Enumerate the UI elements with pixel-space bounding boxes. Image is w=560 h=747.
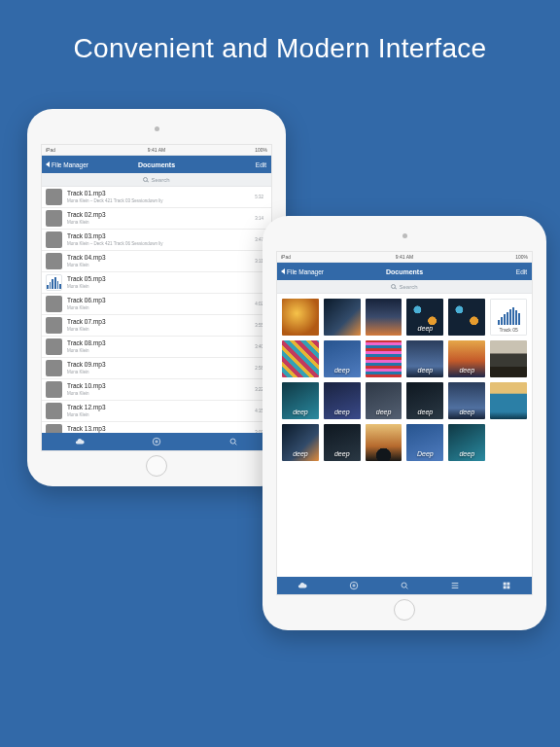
grid-item[interactable] [324, 299, 361, 336]
file-subtitle: Mona Klein – Deck 421 Track 03 Sessiondo… [67, 198, 255, 203]
list-icon[interactable] [450, 581, 460, 590]
svg-rect-7 [507, 586, 509, 588]
list-item[interactable]: Track 10.mp3Mona Klein3:22 [42, 379, 271, 401]
grid-item[interactable]: deep [406, 382, 443, 419]
search-tab-icon[interactable] [400, 581, 409, 590]
list-item[interactable]: Track 02.mp3Mona Klein3:14 [42, 208, 271, 230]
grid-item[interactable]: deep [448, 382, 485, 419]
nav-title: Documents [138, 161, 175, 168]
file-title: Track 03.mp3 [67, 233, 255, 240]
nav-bar: File Manager Documents Edit [277, 263, 532, 280]
camera-dot [402, 233, 407, 238]
search-icon [391, 284, 396, 289]
grid-item[interactable]: deep [324, 382, 361, 419]
cell-label: Deep [417, 450, 434, 461]
thumbnail [46, 296, 62, 312]
home-button[interactable] [146, 455, 167, 477]
status-device: iPad [281, 254, 291, 260]
cell-label: deep [418, 409, 434, 419]
thumbnail [46, 274, 62, 291]
cloud-icon[interactable] [75, 437, 85, 446]
grid-item[interactable]: deep [406, 340, 443, 377]
svg-rect-4 [503, 583, 506, 586]
status-time: 9:41 AM [148, 147, 165, 153]
file-title: Track 09.mp3 [67, 362, 255, 369]
file-grid[interactable]: deepTrack 05deepdeepdeepdeepdeepdeepdeep… [277, 294, 532, 577]
search-tab-icon[interactable] [228, 437, 238, 446]
back-button[interactable]: File Manager [281, 268, 324, 275]
grid-item[interactable] [490, 340, 527, 377]
grid-item[interactable]: Deep [406, 424, 443, 461]
thumbnail [46, 231, 62, 248]
svg-rect-5 [507, 583, 509, 586]
file-title: Track 08.mp3 [67, 340, 255, 347]
grid-item[interactable] [282, 340, 319, 377]
list-item[interactable]: Track 12.mp3Mona Klein4:15 [42, 401, 271, 422]
add-icon[interactable] [349, 581, 359, 590]
grid-item[interactable]: deep [282, 382, 319, 419]
svg-point-1 [230, 439, 235, 444]
grid-item[interactable] [366, 424, 402, 461]
list-item[interactable]: Track 09.mp3Mona Klein2:58 [42, 358, 271, 379]
cloud-icon[interactable] [298, 581, 307, 590]
chevron-left-icon [46, 161, 50, 167]
grid-item[interactable] [366, 299, 402, 336]
file-subtitle: Mona Klein [67, 220, 255, 225]
search-placeholder: Search [151, 177, 169, 183]
grid-item[interactable] [282, 299, 319, 336]
ipad-grid-view: iPad 9:41 AM 100% File Manager Documents… [262, 216, 546, 630]
cell-label: deep [459, 367, 474, 377]
cell-label: deep [293, 450, 308, 461]
grid-item[interactable]: Track 05 [490, 299, 527, 336]
list-item[interactable]: Track 13.mp3Mona Klein3:09 [42, 422, 271, 433]
svg-point-3 [402, 583, 406, 587]
list-item[interactable]: Track 04.mp3Mona Klein3:11 [42, 251, 271, 272]
grid-item[interactable]: deep [282, 424, 319, 461]
grid-item[interactable] [448, 299, 485, 336]
list-item[interactable]: Track 08.mp3Mona Klein3:40 [42, 337, 271, 358]
nav-title: Documents [386, 268, 423, 275]
cell-label: deep [459, 409, 474, 419]
list-item[interactable]: Track 07.mp3Mona Klein3:55 [42, 315, 271, 337]
grid-item[interactable]: deep [406, 299, 443, 336]
ipad-list-view: iPad 9:41 AM 100% File Manager Documents… [27, 109, 286, 486]
search-bar[interactable]: Search [42, 173, 271, 187]
file-subtitle: Mona Klein [67, 305, 255, 310]
file-list[interactable]: Track 01.mp3Mona Klein – Deck 421 Track … [42, 187, 271, 433]
chevron-left-icon [281, 268, 285, 274]
thumbnail [46, 338, 62, 355]
back-label: File Manager [52, 161, 88, 168]
edit-button[interactable]: Edit [256, 161, 266, 168]
list-item[interactable]: Track 05.mp3Mona Klein [42, 272, 271, 294]
grid-item[interactable]: deep [366, 382, 402, 419]
status-bar: iPad 9:41 AM 100% [42, 145, 271, 156]
grid-item[interactable] [366, 340, 402, 377]
status-bar: iPad 9:41 AM 100% [277, 252, 532, 263]
back-label: File Manager [287, 268, 324, 275]
search-placeholder: Search [399, 284, 417, 290]
cell-label: deep [334, 409, 350, 419]
add-icon[interactable] [152, 437, 161, 446]
grid-item[interactable]: deep [448, 424, 485, 461]
status-battery: 100% [255, 147, 267, 153]
grid-item[interactable] [490, 382, 527, 419]
file-subtitle: Mona Klein – Deck 421 Track 06 Sessiondo… [67, 241, 255, 246]
back-button[interactable]: File Manager [46, 161, 88, 168]
thumbnail [46, 189, 62, 205]
status-time: 9:41 AM [396, 254, 413, 260]
file-title: Track 01.mp3 [67, 191, 255, 197]
edit-button[interactable]: Edit [516, 268, 527, 275]
grid-item[interactable]: deep [448, 340, 485, 377]
grid-item[interactable]: deep [324, 424, 361, 461]
home-button[interactable] [394, 599, 415, 621]
camera-dot [155, 126, 159, 131]
list-item[interactable]: Track 03.mp3Mona Klein – Deck 421 Track … [42, 230, 271, 251]
status-device: iPad [46, 147, 55, 153]
search-bar[interactable]: Search [277, 280, 532, 294]
list-item[interactable]: Track 06.mp3Mona Klein4:02 [42, 294, 271, 315]
file-subtitle: Mona Klein [67, 327, 255, 332]
grid-icon[interactable] [502, 581, 511, 590]
grid-item[interactable]: deep [324, 340, 361, 377]
list-item[interactable]: Track 01.mp3Mona Klein – Deck 421 Track … [42, 187, 271, 208]
thumbnail [46, 253, 62, 269]
